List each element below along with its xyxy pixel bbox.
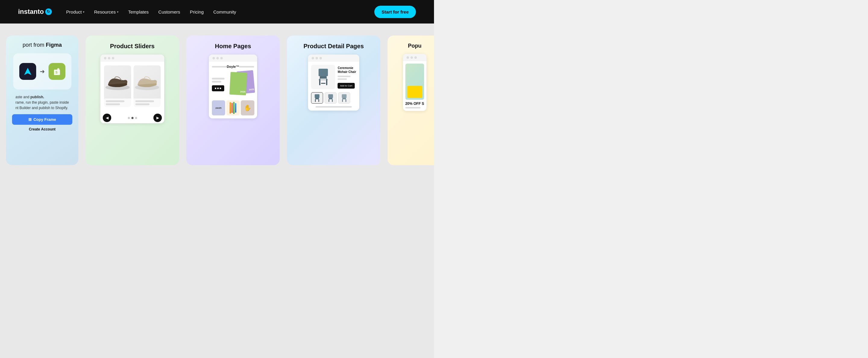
navigation: instanto↻ Product ▾ Resources ▾ Template… [0, 0, 434, 24]
logo-symbol: ↻ [45, 8, 52, 15]
instant-icon-box [19, 63, 36, 80]
placeholder-line [135, 103, 150, 105]
card-home-pages: Home Pages Doyle™ [186, 36, 280, 165]
svg-rect-20 [342, 98, 346, 99]
create-label: Create [29, 127, 41, 131]
slider-item-2 [133, 65, 161, 107]
nav-links: Product ▾ Resources ▾ Templates Customer… [66, 9, 374, 14]
copy-frame-button[interactable]: ⊞ Copy Frame [12, 114, 72, 125]
shoe-image-2 [133, 65, 161, 99]
title-bold: Figma [46, 42, 62, 48]
pdp-thumb-2[interactable] [324, 92, 337, 104]
card-popup: Popu 20% OFF S [388, 36, 434, 165]
copy-frame-label: Copy Frame [33, 117, 56, 122]
browser-dot-2 [216, 57, 219, 59]
header-line-right [239, 66, 254, 67]
card-home-title: Home Pages [215, 43, 251, 50]
nav-item-customers[interactable]: Customers [158, 9, 180, 14]
browser-bar-popup [403, 54, 427, 61]
gallery-item-3: ✋ [241, 100, 254, 116]
shopify-icon-box: S [49, 63, 65, 80]
green-notebook: 24/25 [230, 72, 247, 96]
home-browser-mockup: Doyle™ ■ ■ ■ 24/2 [209, 55, 257, 119]
nav-item-templates[interactable]: Templates [128, 9, 149, 14]
card-figma-description: aste and publish. rame, run the plugin, … [16, 94, 69, 110]
pdp-main-section: CeremonieMohair Chair Add to Cart [311, 65, 356, 89]
slider-controls: ◀ ▶ [100, 110, 164, 123]
browser-dot-1 [312, 57, 314, 59]
placeholder-line [106, 100, 124, 102]
logo[interactable]: instanto↻ [18, 8, 52, 16]
placeholder-line [135, 100, 154, 102]
pdp-price-line [338, 76, 350, 77]
svg-rect-15 [329, 94, 333, 98]
placeholder-line [212, 81, 221, 83]
nav-item-product[interactable]: Product ▾ [66, 9, 85, 14]
nav-item-pricing[interactable]: Pricing [190, 9, 204, 14]
gallery-label-1: 24/25 [214, 105, 223, 110]
browser-dot-3 [319, 57, 322, 59]
home-header-bar: Doyle™ [212, 65, 254, 68]
card-figma-title: port from Figma [23, 41, 62, 48]
browser-dot-3 [414, 56, 417, 59]
svg-rect-18 [332, 99, 333, 102]
logo-text: instanto [18, 8, 44, 16]
card-popup-title: Popu [408, 43, 422, 49]
svg-rect-21 [342, 99, 343, 102]
nav-item-community[interactable]: Community [213, 9, 236, 14]
home-hero-section: ■ ■ ■ 24/25 24/25 [212, 71, 254, 98]
svg-marker-0 [24, 68, 31, 75]
card-sliders-title: Product Sliders [110, 43, 155, 50]
nav-item-customers-label: Customers [158, 9, 180, 14]
sliders-browser-mockup: ◀ ▶ [100, 55, 164, 123]
svg-rect-6 [320, 76, 327, 79]
home-page-content: Doyle™ ■ ■ ■ 24/2 [209, 62, 257, 119]
pencil-2 [231, 103, 233, 113]
chair-main-icon [315, 67, 332, 87]
chevron-down-icon: ▾ [83, 10, 84, 13]
brand-name: Doyle™ [227, 65, 239, 68]
svg-rect-13 [315, 99, 316, 102]
pdp-page-content: CeremonieMohair Chair Add to Cart [308, 62, 359, 110]
pdp-main-image [311, 65, 335, 89]
pdp-thumb-3[interactable] [338, 92, 350, 104]
gallery-item-1: 24/25 [212, 100, 225, 116]
home-cta-button[interactable]: ■ ■ ■ [212, 85, 224, 91]
svg-rect-22 [346, 99, 347, 102]
browser-dot-1 [407, 56, 409, 59]
pencil-4 [235, 103, 236, 113]
slider-prev-button[interactable]: ◀ [103, 113, 111, 122]
dot-1 [128, 117, 130, 119]
arrow-right-icon: ➜ [40, 68, 45, 75]
card-product-detail: Product Detail Pages [287, 36, 380, 165]
placeholder-line [212, 78, 224, 79]
browser-bar [100, 55, 164, 62]
pencil-1 [230, 102, 231, 113]
pdp-thumb-1[interactable] [311, 92, 323, 104]
nav-item-resources[interactable]: Resources ▾ [94, 9, 119, 14]
browser-dot-2 [315, 57, 318, 59]
cards-scroll: port from Figma ➜ S aste [0, 36, 434, 165]
slider-next-button[interactable]: ▶ [153, 113, 162, 122]
svg-rect-14 [318, 99, 319, 102]
pdp-add-to-cart[interactable]: Add to Cart [338, 83, 354, 89]
popup-offer-text: 20% OFF S [405, 102, 424, 106]
placeholder-line [106, 103, 120, 105]
popup-background-image [405, 64, 424, 100]
home-placeholder-lines [212, 78, 228, 83]
create-account-link[interactable]: Create Account [29, 127, 56, 131]
start-for-free-button[interactable]: Start for free [374, 6, 416, 18]
hands-icon: ✋ [241, 100, 254, 116]
card-figma: port from Figma ➜ S aste [6, 36, 79, 165]
slider-item-1 [104, 65, 131, 107]
dot-3 [135, 117, 137, 119]
svg-rect-9 [321, 83, 326, 84]
card-product-sliders: Product Sliders [86, 36, 179, 165]
notebook-label: 24/25 [249, 88, 254, 91]
nav-item-product-label: Product [66, 9, 82, 14]
svg-rect-5 [318, 69, 328, 76]
gallery-pencils-visual [226, 100, 240, 116]
browser-bar-pdp [308, 55, 359, 62]
popup-yellow-overlay [407, 86, 423, 98]
dot-2 [131, 117, 133, 119]
